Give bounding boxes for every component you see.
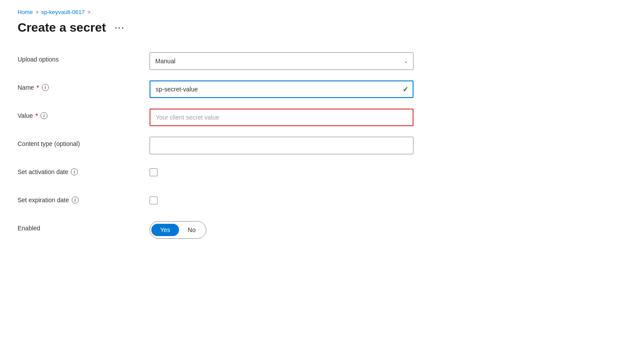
value-control — [150, 109, 413, 126]
breadcrumb-home[interactable]: Home — [18, 9, 33, 15]
enabled-control: Yes No — [150, 221, 413, 239]
content-type-row: Content type (optional) — [18, 137, 413, 154]
upload-options-select[interactable]: Manual Certificate — [150, 52, 413, 70]
enabled-no-button[interactable]: No — [179, 224, 205, 236]
value-required-star: * — [36, 112, 38, 119]
name-required-star: * — [37, 84, 39, 91]
activation-date-control — [150, 165, 413, 176]
enabled-toggle: Yes No — [150, 221, 206, 239]
activation-date-checkbox[interactable] — [150, 168, 157, 176]
expiration-date-info-icon[interactable]: i — [72, 197, 79, 204]
value-row: Value * i — [18, 109, 413, 126]
name-row: Name * i ✓ — [18, 80, 413, 98]
content-type-input[interactable] — [150, 137, 413, 154]
page-title: Create a secret — [18, 21, 106, 35]
more-options-button[interactable]: ··· — [111, 21, 128, 35]
expiration-date-label: Set expiration date i — [18, 193, 150, 204]
expiration-date-control — [150, 193, 413, 204]
breadcrumb-sep-1: > — [36, 9, 39, 15]
activation-date-info-icon[interactable]: i — [71, 168, 78, 175]
activation-date-row: Set activation date i — [18, 165, 413, 182]
breadcrumb: Home > sp-keyvault-0617 > — [18, 9, 626, 15]
breadcrumb-vault[interactable]: sp-keyvault-0617 — [41, 9, 85, 15]
expiration-date-row: Set expiration date i — [18, 193, 413, 211]
upload-options-row: Upload options Manual Certificate ⌄ — [18, 52, 413, 70]
value-label: Value * i — [18, 109, 150, 119]
content-type-label: Content type (optional) — [18, 137, 150, 147]
name-info-icon[interactable]: i — [42, 84, 49, 91]
upload-options-label: Upload options — [18, 52, 150, 63]
content-type-control — [150, 137, 413, 154]
expiration-date-checkbox[interactable] — [150, 197, 157, 204]
name-valid-checkmark: ✓ — [402, 85, 408, 94]
breadcrumb-sep-2: > — [88, 9, 91, 15]
enabled-yes-button[interactable]: Yes — [151, 224, 179, 236]
value-input[interactable] — [150, 109, 413, 126]
activation-date-label: Set activation date i — [18, 165, 150, 175]
page-header: Create a secret ··· — [18, 21, 626, 35]
name-control: ✓ — [150, 80, 413, 98]
upload-options-control: Manual Certificate ⌄ — [150, 52, 413, 70]
enabled-row: Enabled Yes No — [18, 221, 413, 239]
create-secret-form: Upload options Manual Certificate ⌄ Name… — [18, 52, 413, 239]
name-label: Name * i — [18, 80, 150, 91]
name-input[interactable] — [150, 80, 413, 98]
value-info-icon[interactable]: i — [40, 112, 48, 119]
enabled-label: Enabled — [18, 221, 150, 232]
